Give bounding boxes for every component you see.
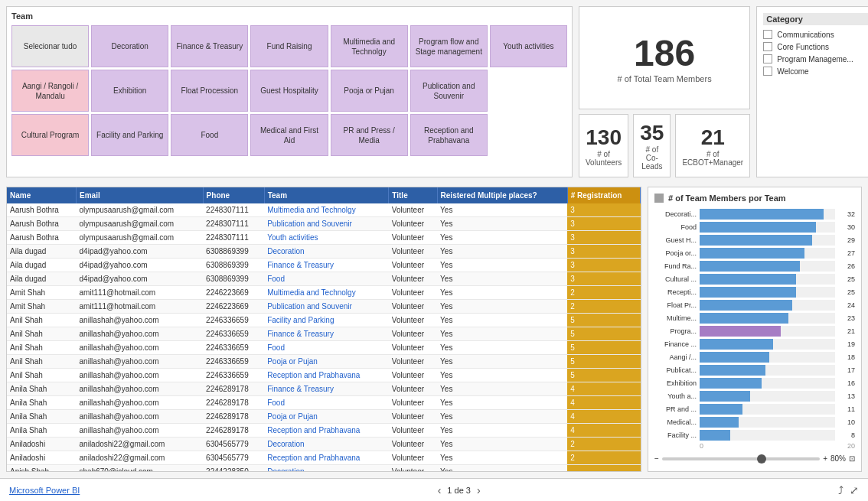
zoom-thumb[interactable] bbox=[757, 454, 766, 464]
table-row[interactable]: Anil Shahanillashah@yahoo.com2246336659R… bbox=[7, 369, 641, 382]
bar-value: 21 bbox=[838, 327, 855, 335]
table-row[interactable]: Anish Shahshah670@icloud.com2244228350De… bbox=[7, 465, 641, 472]
team-cell[interactable]: Pooja or Pujan bbox=[331, 70, 408, 112]
table-cell: anillashah@yahoo.com bbox=[77, 369, 204, 382]
category-item[interactable]: Program Manageme... bbox=[763, 54, 868, 63]
team-cell[interactable]: Float Procession bbox=[171, 70, 248, 112]
table-cell: Volunteer bbox=[389, 355, 437, 369]
team-cell[interactable]: Selecionar tudo bbox=[11, 25, 89, 67]
category-item[interactable]: Core Functions bbox=[763, 42, 868, 51]
table-row[interactable]: Amit Shahamit111@hotmail.com2246223669Mu… bbox=[7, 286, 641, 300]
table-cell: Volunteer bbox=[389, 300, 437, 314]
volunteers-number: 130 bbox=[586, 125, 622, 150]
zoom-slider[interactable] bbox=[662, 457, 820, 460]
table-row[interactable]: Anila Shahanillashah@yahoo.com2246289178… bbox=[7, 396, 641, 410]
share-icon[interactable]: ⤴ bbox=[838, 484, 844, 496]
table-row[interactable]: Anila Shahanillashah@yahoo.com2246289178… bbox=[7, 424, 641, 438]
next-page-button[interactable]: › bbox=[477, 484, 481, 496]
table-row[interactable]: Anila Shahanillashah@yahoo.com2246289178… bbox=[7, 382, 641, 396]
table-cell: Anila Shah bbox=[7, 410, 77, 424]
table-cell: Yes bbox=[437, 272, 567, 286]
zoom-plus[interactable]: + bbox=[823, 454, 827, 463]
table-cell: 2246223669 bbox=[203, 300, 264, 314]
team-cell[interactable]: Facility and Parking bbox=[91, 114, 168, 156]
table-header-cell[interactable]: Email bbox=[77, 187, 204, 203]
team-cell[interactable]: Cultural Program bbox=[11, 114, 89, 156]
team-cell[interactable]: Guest Hospitality bbox=[250, 70, 328, 112]
team-cell[interactable] bbox=[490, 114, 567, 156]
table-header-cell[interactable]: Phone bbox=[203, 187, 264, 203]
table-cell: Yes bbox=[437, 369, 567, 382]
expand-icon[interactable]: ⤢ bbox=[850, 484, 859, 496]
bar-fill bbox=[700, 300, 792, 311]
table-header-cell[interactable]: Title bbox=[389, 187, 437, 203]
table-cell: 4 bbox=[567, 382, 640, 396]
table-cell: 5 bbox=[567, 341, 640, 355]
team-cell[interactable]: Decoration bbox=[91, 25, 168, 67]
table-row[interactable]: Aarush Bothraolympusaarush@gmail.com2248… bbox=[7, 231, 641, 245]
table-row[interactable]: Aniladoshianiladoshi22@gmail.com63045657… bbox=[7, 451, 641, 465]
table-row[interactable]: Aila dugadd4ipad@yahoo.com6308869399Deco… bbox=[7, 245, 641, 259]
total-members-number: 186 bbox=[634, 32, 695, 74]
team-cell[interactable]: Fund Raising bbox=[250, 25, 328, 67]
table-header-cell[interactable]: # Registration bbox=[567, 187, 640, 203]
category-item[interactable]: Communications bbox=[763, 30, 868, 39]
table-cell: Volunteer bbox=[389, 410, 437, 424]
bar-fill bbox=[700, 209, 824, 220]
stats-panel: 186 # of Total Team Members 130 # of Vol… bbox=[579, 6, 750, 177]
fullscreen-icon[interactable]: ⊡ bbox=[849, 454, 855, 463]
table-cell: 2246289178 bbox=[203, 396, 264, 410]
powerbi-brand[interactable]: Microsoft Power BI bbox=[9, 486, 80, 495]
table-row[interactable]: Aarush Bothraolympusaarush@gmail.com2248… bbox=[7, 217, 641, 231]
team-cell[interactable]: Youth activities bbox=[490, 25, 567, 67]
table-row[interactable]: Anil Shahanillashah@yahoo.com2246336659P… bbox=[7, 355, 641, 369]
team-cell[interactable]: PR and Press / Media bbox=[331, 114, 408, 156]
team-cell[interactable]: Aangi / Rangoli / Mandalu bbox=[11, 70, 89, 112]
table-header-cell[interactable]: Name bbox=[7, 187, 77, 203]
bar-row: Fund Ra...26 bbox=[654, 261, 855, 272]
category-checkbox[interactable] bbox=[763, 42, 772, 51]
table-cell: 2248307111 bbox=[203, 203, 264, 217]
axis-0: 0 bbox=[700, 442, 703, 450]
table-cell: 2246336659 bbox=[203, 314, 264, 327]
table-row[interactable]: Amit Shahamit111@hotmail.com2246223669Pu… bbox=[7, 300, 641, 314]
ecbot-label: # of ECBOT+Manager bbox=[682, 150, 743, 167]
bar-fill bbox=[700, 378, 762, 389]
table-header-cell[interactable]: Team bbox=[264, 187, 389, 203]
table-row[interactable]: Aarush Bothraolympusaarush@gmail.com2248… bbox=[7, 203, 641, 217]
category-label: Communications bbox=[777, 31, 834, 39]
zoom-minus[interactable]: − bbox=[654, 454, 659, 463]
table-cell: Aniladoshi bbox=[7, 451, 77, 465]
table-row[interactable]: Anil Shahanillashah@yahoo.com2246336659F… bbox=[7, 314, 641, 327]
chart-controls: − + 80% ⊡ bbox=[654, 454, 855, 463]
team-cell[interactable]: Exhibition bbox=[91, 70, 168, 112]
team-cell[interactable]: Publication and Souvenir bbox=[410, 70, 488, 112]
table-row[interactable]: Anil Shahanillashah@yahoo.com2246336659F… bbox=[7, 327, 641, 341]
team-cell[interactable]: Food bbox=[171, 114, 248, 156]
category-label: Welcome bbox=[777, 67, 809, 76]
team-cell[interactable]: Reception and Prabhavana bbox=[410, 114, 488, 156]
table-cell: Volunteer bbox=[389, 341, 437, 355]
bar-fill bbox=[700, 326, 781, 337]
team-cell[interactable] bbox=[490, 70, 567, 112]
bar-label: Guest H... bbox=[654, 236, 697, 244]
bar-fill bbox=[700, 352, 769, 363]
team-cell[interactable]: Medical and First Aid bbox=[250, 114, 328, 156]
category-checkbox[interactable] bbox=[763, 54, 772, 63]
table-row[interactable]: Aila dugadd4ipad@yahoo.com6308869399Fina… bbox=[7, 259, 641, 272]
category-item[interactable]: Welcome bbox=[763, 67, 868, 76]
team-cell[interactable]: Multimedia and Technolgy bbox=[331, 25, 408, 67]
category-checkbox[interactable] bbox=[763, 67, 772, 76]
table-wrapper[interactable]: NameEmailPhoneTeamTitleReistered Multipl… bbox=[7, 187, 641, 471]
table-row[interactable]: Aila dugadd4ipad@yahoo.com6308869399Food… bbox=[7, 272, 641, 286]
table-cell: 2 bbox=[567, 286, 640, 300]
team-cell[interactable]: Program flow and Stage management bbox=[410, 25, 488, 67]
total-members-box: 186 # of Total Team Members bbox=[579, 6, 750, 109]
team-cell[interactable]: Finance & Treasury bbox=[171, 25, 248, 67]
category-checkbox[interactable] bbox=[763, 30, 772, 39]
table-row[interactable]: Anila Shahanillashah@yahoo.com2246289178… bbox=[7, 410, 641, 424]
table-header-cell[interactable]: Reistered Multiple places? bbox=[437, 187, 567, 203]
table-row[interactable]: Anil Shahanillashah@yahoo.com2246336659F… bbox=[7, 341, 641, 355]
prev-page-button[interactable]: ‹ bbox=[438, 484, 442, 496]
table-row[interactable]: Aniladoshianiladoshi22@gmail.com63045657… bbox=[7, 438, 641, 451]
